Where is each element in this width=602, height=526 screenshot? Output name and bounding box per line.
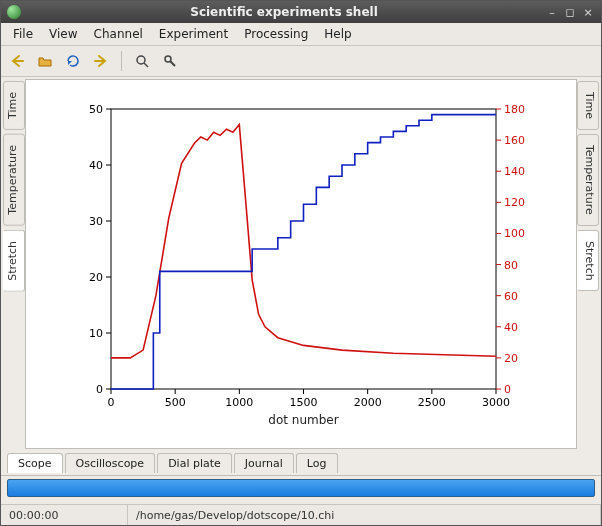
svg-text:2000: 2000 [354, 396, 382, 409]
svg-text:500: 500 [165, 396, 186, 409]
back-button[interactable] [5, 49, 29, 73]
plot-frame[interactable]: 050010001500200025003000dot number010203… [25, 79, 577, 449]
folder-open-icon [37, 53, 53, 69]
settings-button[interactable] [158, 49, 182, 73]
arrow-right-icon [93, 53, 109, 69]
tab-dial-plate[interactable]: Dial plate [157, 453, 232, 473]
chart: 050010001500200025003000dot number010203… [56, 99, 546, 429]
window-title: Scientific experiments shell [27, 5, 541, 19]
svg-text:60: 60 [504, 290, 518, 303]
refresh-icon [65, 53, 81, 69]
wrench-icon [162, 53, 178, 69]
svg-text:dot number: dot number [268, 413, 338, 427]
arrow-left-icon [9, 53, 25, 69]
tab-journal[interactable]: Journal [234, 453, 294, 473]
svg-text:0: 0 [96, 383, 103, 396]
right-tab-temperature[interactable]: Temperature [577, 134, 599, 226]
toolbar-separator [121, 51, 122, 71]
zoom-button[interactable] [130, 49, 154, 73]
tab-scope[interactable]: Scope [7, 453, 63, 473]
svg-line-3 [170, 61, 175, 66]
close-button[interactable]: × [581, 5, 595, 19]
refresh-button[interactable] [61, 49, 85, 73]
toolbar [1, 46, 601, 77]
status-path: /home/gas/Develop/dotscope/10.chi [128, 505, 601, 525]
svg-text:80: 80 [504, 259, 518, 272]
bottom-tabs: Scope Oscilloscope Dial plate Journal Lo… [3, 449, 599, 473]
left-side-tabs: Time Temperature Stretch [3, 79, 25, 449]
svg-text:20: 20 [504, 352, 518, 365]
menu-file[interactable]: File [5, 25, 41, 43]
menu-help[interactable]: Help [316, 25, 359, 43]
menu-processing[interactable]: Processing [236, 25, 316, 43]
right-tab-time[interactable]: Time [577, 81, 599, 130]
svg-text:30: 30 [89, 215, 103, 228]
maximize-button[interactable]: ◻ [563, 5, 577, 19]
svg-line-1 [144, 63, 148, 67]
svg-text:40: 40 [504, 321, 518, 334]
app-window: Scientific experiments shell – ◻ × File … [0, 0, 602, 526]
svg-text:10: 10 [89, 327, 103, 340]
status-time: 00:00:00 [1, 505, 128, 525]
plot-area: Time Temperature Stretch 050010001500200… [3, 79, 599, 449]
right-side-tabs: Time Temperature Stretch [577, 79, 599, 449]
right-tab-stretch[interactable]: Stretch [577, 230, 599, 292]
svg-rect-4 [111, 109, 496, 389]
statusbar: 00:00:00 /home/gas/Develop/dotscope/10.c… [1, 504, 601, 525]
svg-text:120: 120 [504, 196, 525, 209]
content-area: Time Temperature Stretch 050010001500200… [1, 77, 601, 475]
svg-text:20: 20 [89, 271, 103, 284]
svg-text:2500: 2500 [418, 396, 446, 409]
svg-text:0: 0 [108, 396, 115, 409]
svg-text:160: 160 [504, 134, 525, 147]
svg-text:1000: 1000 [225, 396, 253, 409]
magnifier-icon [134, 53, 150, 69]
titlebar: Scientific experiments shell – ◻ × [1, 1, 601, 23]
menu-experiment[interactable]: Experiment [151, 25, 236, 43]
left-tab-temperature[interactable]: Temperature [3, 134, 25, 226]
forward-button[interactable] [89, 49, 113, 73]
svg-text:140: 140 [504, 165, 525, 178]
progress-strip [1, 475, 601, 504]
svg-point-0 [137, 56, 145, 64]
open-button[interactable] [33, 49, 57, 73]
svg-text:180: 180 [504, 103, 525, 116]
left-tab-time[interactable]: Time [3, 81, 25, 130]
app-icon [7, 5, 21, 19]
svg-text:100: 100 [504, 227, 525, 240]
svg-text:50: 50 [89, 103, 103, 116]
minimize-button[interactable]: – [545, 5, 559, 19]
tab-log[interactable]: Log [296, 453, 338, 473]
svg-text:3000: 3000 [482, 396, 510, 409]
menu-view[interactable]: View [41, 25, 85, 43]
left-tab-stretch[interactable]: Stretch [3, 230, 25, 292]
menubar: File View Channel Experiment Processing … [1, 23, 601, 46]
svg-text:40: 40 [89, 159, 103, 172]
tab-oscilloscope[interactable]: Oscilloscope [65, 453, 156, 473]
svg-text:1500: 1500 [290, 396, 318, 409]
menu-channel[interactable]: Channel [86, 25, 151, 43]
progress-bar [7, 479, 595, 497]
svg-text:0: 0 [504, 383, 511, 396]
